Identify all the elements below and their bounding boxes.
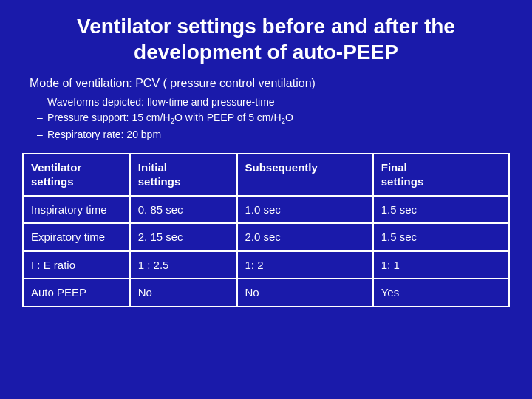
settings-table: Ventilatorsettings Initialsettings Subse…: [22, 153, 510, 307]
table-header-row: Ventilatorsettings Initialsettings Subse…: [23, 154, 509, 196]
main-title: Ventilator settings before and after the…: [22, 13, 510, 65]
mode-line: Mode of ventilation: PCV ( pressure cont…: [22, 77, 510, 90]
slide-container: Ventilator settings before and after the…: [0, 0, 532, 399]
row2-col2: 2. 15 sec: [130, 223, 237, 251]
row3-col2: 1 : 2.5: [130, 251, 237, 279]
row2-col3: 2.0 sec: [237, 223, 373, 251]
bullet-item: Respiratory rate: 20 bpm: [37, 127, 510, 143]
bullet-item: Waveforms depicted: flow-time and pressu…: [37, 95, 510, 110]
row2-col1: Expiratory time: [23, 223, 130, 251]
table-row: Auto PEEP No No Yes: [23, 279, 509, 307]
bullet-list: Waveforms depicted: flow-time and pressu…: [22, 95, 510, 143]
table-row: Expiratory time 2. 15 sec 2.0 sec 1.5 se…: [23, 223, 509, 251]
header-cell-2: Initialsettings: [130, 154, 237, 196]
bullet-item: Pressure support: 15 cm/H2O with PEEP of…: [37, 110, 510, 127]
row1-col4: 1.5 sec: [373, 196, 509, 224]
header-cell-4: Finalsettings: [373, 154, 509, 196]
row3-col1: I : E ratio: [23, 251, 130, 279]
row3-col3: 1: 2: [237, 251, 373, 279]
header-cell-3: Subsequently: [237, 154, 373, 196]
row2-col4: 1.5 sec: [373, 223, 509, 251]
row1-col2: 0. 85 sec: [130, 196, 237, 224]
row1-col1: Inspiratory time: [23, 196, 130, 224]
row4-col2: No: [130, 279, 237, 307]
row3-col4: 1: 1: [373, 251, 509, 279]
row4-col4: Yes: [373, 279, 509, 307]
row4-col3: No: [237, 279, 373, 307]
table-row: I : E ratio 1 : 2.5 1: 2 1: 1: [23, 251, 509, 279]
row1-col3: 1.0 sec: [237, 196, 373, 224]
header-cell-1: Ventilatorsettings: [23, 154, 130, 196]
row4-col1: Auto PEEP: [23, 279, 130, 307]
table-row: Inspiratory time 0. 85 sec 1.0 sec 1.5 s…: [23, 196, 509, 224]
